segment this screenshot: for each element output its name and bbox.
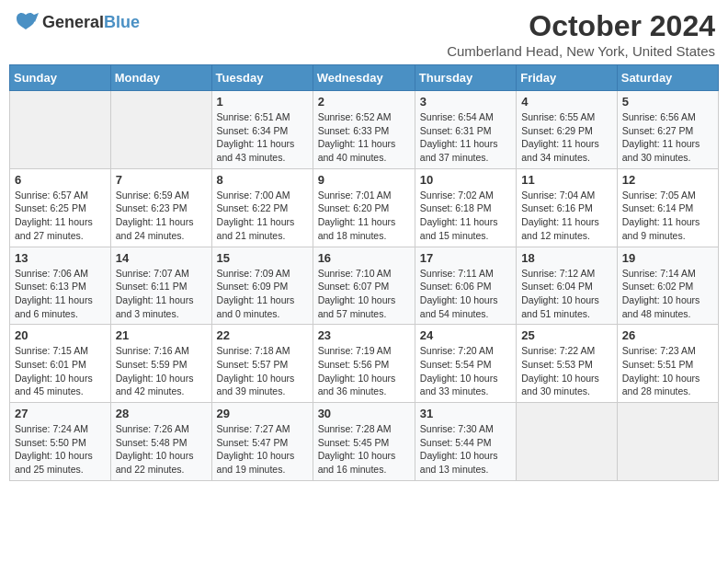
calendar-cell — [110, 91, 211, 169]
calendar-week-row: 6Sunrise: 6:57 AM Sunset: 6:25 PM Daylig… — [10, 168, 719, 247]
calendar-cell: 14Sunrise: 7:07 AM Sunset: 6:11 PM Dayli… — [110, 247, 211, 325]
calendar-cell: 23Sunrise: 7:19 AM Sunset: 5:56 PM Dayli… — [313, 325, 415, 403]
day-number: 14 — [116, 251, 207, 265]
calendar-cell — [10, 91, 111, 169]
day-number: 5 — [622, 95, 713, 109]
day-number: 19 — [622, 251, 713, 265]
day-info: Sunrise: 6:51 AM Sunset: 6:34 PM Dayligh… — [217, 110, 308, 165]
day-number: 24 — [420, 328, 511, 342]
calendar-cell: 12Sunrise: 7:05 AM Sunset: 6:14 PM Dayli… — [617, 168, 718, 247]
calendar-cell: 18Sunrise: 7:12 AM Sunset: 6:04 PM Dayli… — [517, 247, 618, 325]
logo: GeneralBlue — [13, 9, 140, 35]
day-number: 31 — [420, 407, 511, 420]
day-number: 7 — [116, 173, 207, 187]
day-info: Sunrise: 7:09 AM Sunset: 6:09 PM Dayligh… — [217, 267, 308, 321]
day-info: Sunrise: 7:20 AM Sunset: 5:54 PM Dayligh… — [420, 344, 511, 398]
calendar-cell: 1Sunrise: 6:51 AM Sunset: 6:34 PM Daylig… — [211, 91, 313, 169]
calendar-cell: 2Sunrise: 6:52 AM Sunset: 6:33 PM Daylig… — [313, 91, 415, 169]
day-info: Sunrise: 7:22 AM Sunset: 5:53 PM Dayligh… — [521, 344, 612, 398]
day-info: Sunrise: 6:57 AM Sunset: 6:25 PM Dayligh… — [15, 189, 106, 243]
weekday-header-wednesday: Wednesday — [313, 65, 415, 91]
day-number: 27 — [15, 407, 106, 420]
day-info: Sunrise: 6:54 AM Sunset: 6:31 PM Dayligh… — [420, 110, 511, 165]
day-info: Sunrise: 7:19 AM Sunset: 5:56 PM Dayligh… — [318, 344, 410, 398]
calendar-cell: 22Sunrise: 7:18 AM Sunset: 5:57 PM Dayli… — [211, 325, 313, 403]
day-info: Sunrise: 6:52 AM Sunset: 6:33 PM Dayligh… — [318, 110, 410, 165]
calendar-cell: 31Sunrise: 7:30 AM Sunset: 5:44 PM Dayli… — [415, 403, 516, 481]
day-number: 3 — [420, 95, 511, 109]
day-info: Sunrise: 7:02 AM Sunset: 6:18 PM Dayligh… — [420, 189, 511, 243]
day-info: Sunrise: 7:12 AM Sunset: 6:04 PM Dayligh… — [521, 267, 612, 321]
day-number: 2 — [318, 95, 410, 109]
day-number: 4 — [521, 95, 612, 109]
day-info: Sunrise: 7:14 AM Sunset: 6:02 PM Dayligh… — [622, 267, 713, 321]
day-number: 22 — [217, 328, 308, 342]
weekday-header-saturday: Saturday — [617, 65, 718, 91]
calendar-cell: 6Sunrise: 6:57 AM Sunset: 6:25 PM Daylig… — [10, 168, 111, 247]
day-number: 20 — [15, 328, 106, 342]
day-info: Sunrise: 7:23 AM Sunset: 5:51 PM Dayligh… — [622, 344, 713, 398]
calendar-cell: 4Sunrise: 6:55 AM Sunset: 6:29 PM Daylig… — [517, 91, 618, 169]
day-info: Sunrise: 7:15 AM Sunset: 6:01 PM Dayligh… — [15, 344, 106, 398]
calendar-week-row: 20Sunrise: 7:15 AM Sunset: 6:01 PM Dayli… — [10, 325, 719, 403]
day-info: Sunrise: 7:26 AM Sunset: 5:48 PM Dayligh… — [116, 422, 207, 477]
day-info: Sunrise: 7:00 AM Sunset: 6:22 PM Dayligh… — [217, 189, 308, 243]
day-info: Sunrise: 7:10 AM Sunset: 6:07 PM Dayligh… — [318, 267, 410, 321]
calendar-cell: 27Sunrise: 7:24 AM Sunset: 5:50 PM Dayli… — [10, 403, 111, 481]
calendar-cell: 15Sunrise: 7:09 AM Sunset: 6:09 PM Dayli… — [211, 247, 313, 325]
day-info: Sunrise: 7:01 AM Sunset: 6:20 PM Dayligh… — [318, 189, 410, 243]
calendar-cell: 20Sunrise: 7:15 AM Sunset: 6:01 PM Dayli… — [10, 325, 111, 403]
day-number: 6 — [15, 173, 106, 187]
calendar-cell: 19Sunrise: 7:14 AM Sunset: 6:02 PM Dayli… — [617, 247, 718, 325]
calendar-cell: 5Sunrise: 6:56 AM Sunset: 6:27 PM Daylig… — [617, 91, 718, 169]
calendar-cell: 24Sunrise: 7:20 AM Sunset: 5:54 PM Dayli… — [415, 325, 516, 403]
day-number: 11 — [521, 173, 612, 187]
day-info: Sunrise: 7:28 AM Sunset: 5:45 PM Dayligh… — [318, 422, 410, 477]
calendar-cell: 10Sunrise: 7:02 AM Sunset: 6:18 PM Dayli… — [415, 168, 516, 247]
day-number: 30 — [318, 407, 410, 420]
weekday-header-sunday: Sunday — [10, 65, 111, 91]
logo-icon — [13, 9, 39, 35]
weekday-header-row: SundayMondayTuesdayWednesdayThursdayFrid… — [10, 65, 719, 91]
title-block: October 2024 Cumberland Head, New York, … — [447, 9, 715, 59]
weekday-header-monday: Monday — [110, 65, 211, 91]
day-info: Sunrise: 6:59 AM Sunset: 6:23 PM Dayligh… — [116, 189, 207, 243]
calendar-cell: 7Sunrise: 6:59 AM Sunset: 6:23 PM Daylig… — [110, 168, 211, 247]
day-number: 17 — [420, 251, 511, 265]
day-number: 12 — [622, 173, 713, 187]
calendar-cell: 13Sunrise: 7:06 AM Sunset: 6:13 PM Dayli… — [10, 247, 111, 325]
weekday-header-tuesday: Tuesday — [211, 65, 313, 91]
day-number: 16 — [318, 251, 410, 265]
day-info: Sunrise: 7:27 AM Sunset: 5:47 PM Dayligh… — [217, 422, 308, 477]
calendar-cell: 25Sunrise: 7:22 AM Sunset: 5:53 PM Dayli… — [517, 325, 618, 403]
page-header: GeneralBlue October 2024 Cumberland Head… — [9, 9, 719, 59]
calendar-cell: 29Sunrise: 7:27 AM Sunset: 5:47 PM Dayli… — [211, 403, 313, 481]
calendar-cell — [617, 403, 718, 481]
calendar-cell: 8Sunrise: 7:00 AM Sunset: 6:22 PM Daylig… — [211, 168, 313, 247]
calendar-cell: 28Sunrise: 7:26 AM Sunset: 5:48 PM Dayli… — [110, 403, 211, 481]
calendar-cell: 11Sunrise: 7:04 AM Sunset: 6:16 PM Dayli… — [517, 168, 618, 247]
calendar-cell: 9Sunrise: 7:01 AM Sunset: 6:20 PM Daylig… — [313, 168, 415, 247]
calendar-week-row: 1Sunrise: 6:51 AM Sunset: 6:34 PM Daylig… — [10, 91, 719, 169]
day-info: Sunrise: 7:07 AM Sunset: 6:11 PM Dayligh… — [116, 267, 207, 321]
day-number: 15 — [217, 251, 308, 265]
calendar-week-row: 27Sunrise: 7:24 AM Sunset: 5:50 PM Dayli… — [10, 403, 719, 481]
month-title: October 2024 — [447, 9, 715, 43]
day-info: Sunrise: 7:11 AM Sunset: 6:06 PM Dayligh… — [420, 267, 511, 321]
day-number: 29 — [217, 407, 308, 420]
location-subtitle: Cumberland Head, New York, United States — [447, 43, 715, 59]
day-number: 21 — [116, 328, 207, 342]
calendar-cell: 3Sunrise: 6:54 AM Sunset: 6:31 PM Daylig… — [415, 91, 516, 169]
day-number: 18 — [521, 251, 612, 265]
calendar-cell — [517, 403, 618, 481]
day-info: Sunrise: 6:55 AM Sunset: 6:29 PM Dayligh… — [521, 110, 612, 165]
day-info: Sunrise: 7:16 AM Sunset: 5:59 PM Dayligh… — [116, 344, 207, 398]
day-info: Sunrise: 7:06 AM Sunset: 6:13 PM Dayligh… — [15, 267, 106, 321]
calendar-cell: 21Sunrise: 7:16 AM Sunset: 5:59 PM Dayli… — [110, 325, 211, 403]
calendar-cell: 16Sunrise: 7:10 AM Sunset: 6:07 PM Dayli… — [313, 247, 415, 325]
logo-blue: Blue — [104, 13, 140, 31]
day-number: 1 — [217, 95, 308, 109]
calendar-table: SundayMondayTuesdayWednesdayThursdayFrid… — [9, 64, 719, 481]
day-number: 26 — [622, 328, 713, 342]
day-number: 10 — [420, 173, 511, 187]
